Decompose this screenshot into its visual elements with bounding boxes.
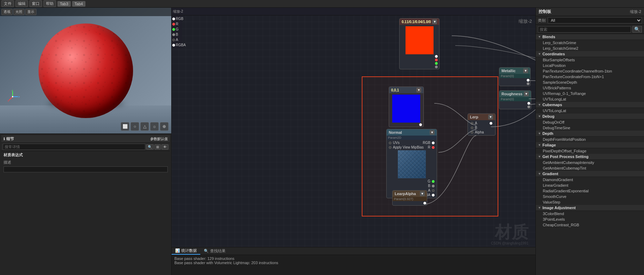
svg-text:Z: Z	[12, 90, 13, 92]
stats-tab[interactable]: 📊 统计数据	[172, 247, 200, 255]
lerpalpha-expand[interactable]: ▼	[420, 191, 425, 196]
category-select[interactable]: All	[548, 17, 642, 23]
prop-search-input[interactable]	[3, 144, 145, 150]
item-pixeldepthoffset[interactable]: PixelDepthOffset_Foliage	[536, 148, 644, 154]
lerp-node[interactable]: Lerp ▼ A B Alpha	[468, 114, 496, 136]
item-depthfromworldpos[interactable]: DepthFromWorldPosition	[536, 137, 644, 142]
imageadjust-header[interactable]: ▼ Image Adjustment	[536, 205, 644, 211]
item-uvtolonglat-cube[interactable]: UVToLongLat	[536, 108, 644, 114]
depth-header[interactable]: ▼ Depth	[536, 131, 644, 137]
blue-color-node[interactable]: 0,0,1 ▼	[389, 87, 424, 127]
debug-header[interactable]: ▼ Debug	[536, 114, 644, 119]
item-smoothcurve[interactable]: SmoothCurve	[536, 194, 644, 199]
gradient-arrow: ▼	[538, 172, 541, 176]
normal-a-out	[432, 189, 435, 192]
gradient-header[interactable]: ▼ Gradient	[536, 171, 644, 177]
item-getambientcubemapintensity[interactable]: GetAmbientCubemapIntensity	[536, 160, 644, 165]
lerpalpha-node[interactable]: LearpAlpha ▼ Param(0.927)	[392, 190, 427, 206]
toolbar-btn-4[interactable]: 帮助	[43, 0, 56, 7]
item-uvtolonglat[interactable]: UVToLongLat	[536, 96, 644, 102]
prop-grid-btn[interactable]: ⊞	[154, 144, 161, 150]
roughness-expand[interactable]: ▼	[524, 91, 529, 96]
item-getambientcubemaptint[interactable]: GetAmbientCubemapTint	[536, 165, 644, 171]
red-color-preview	[406, 26, 434, 54]
depth-label: Depth	[542, 131, 553, 136]
lerp-a-row: A	[469, 121, 494, 125]
vp-icon-light[interactable]: ☼	[150, 122, 159, 131]
prop-eye-btn[interactable]: 👁	[161, 144, 168, 150]
vp-icon-sphere[interactable]: ○	[131, 122, 139, 131]
item-uvbrickpatterns[interactable]: UVBrickPatterns	[536, 85, 644, 91]
port-label-b: B	[172, 33, 181, 36]
item-samplescenedepth[interactable]: SampleSceneDepth	[536, 80, 644, 85]
normal-r-out	[432, 146, 435, 149]
roughness-node[interactable]: Roughness ▼ Param(0)	[499, 90, 531, 109]
item-pan-coord-1ton[interactable]: PanTextureCoordinateChannelfrom-1ton	[536, 68, 644, 74]
normal-node-expand[interactable]: ▼	[430, 130, 435, 135]
prop-search-btn[interactable]: 🔍	[146, 144, 154, 150]
node-editor[interactable]: 缩放-2 RGB R G B A RGBA	[172, 8, 535, 275]
lerp-alpha-row: Alpha	[469, 130, 494, 135]
getpostprocess-header[interactable]: ▼ Get Post Process Setting	[536, 154, 644, 160]
find-tab[interactable]: 🔍 查找结果	[200, 247, 229, 255]
item-lerp-scratchgrime[interactable]: Lerp_ScratchGrime	[536, 40, 644, 46]
normal-node[interactable]: Normal ▼ Param2D UVs RGB Apply View MipB…	[386, 129, 437, 198]
item-debugtimesine[interactable]: DebugTimeSine	[536, 125, 644, 131]
normal-g-row: G	[387, 179, 436, 184]
item-3pointlevels[interactable]: 3PointLevels	[536, 216, 644, 222]
item-radialgradient[interactable]: RadialGradientExponential	[536, 188, 644, 194]
right-search-input[interactable]	[538, 26, 631, 33]
right-search-btn[interactable]: 🔍	[632, 26, 642, 33]
red-node-id: 0.11/0.1/0.04/1.0/0	[402, 20, 431, 24]
item-lineargradient[interactable]: LinearGradient	[536, 183, 644, 188]
normal-mip-label: Apply View MipBias	[393, 145, 424, 149]
left-node-sidebar: RGB R G B A RGBA	[172, 15, 182, 48]
item-lerp-scratchgrime2[interactable]: Lerp_ScratchGrime2	[536, 46, 644, 51]
blue-node-expand[interactable]: ▼	[416, 88, 421, 92]
vp-lighting-btn[interactable]: 光照	[13, 9, 25, 15]
toolbar-btn-3[interactable]: 窗口	[29, 0, 42, 7]
lerp-node-expand[interactable]: ▼	[488, 115, 493, 119]
cubemaps-header[interactable]: ▼ Cubemaps	[536, 102, 644, 108]
port-label-a: A	[172, 38, 181, 42]
desc-input[interactable]	[4, 166, 168, 172]
toolbar-btn-2[interactable]: 编辑	[15, 0, 28, 7]
toolbar-btn-5[interactable]: Tab3	[57, 1, 71, 7]
item-localposition[interactable]: LocalPosition	[536, 63, 644, 68]
red-color-node[interactable]: 0.11/0.1/0.04/1.0/0 ▼	[399, 18, 439, 69]
param-label: 参数默认值	[150, 137, 168, 142]
toolbar-btn-1[interactable]: 文件	[1, 0, 14, 7]
metallic-node[interactable]: Metallic ▼ Param(0)	[499, 67, 531, 86]
normal-uvs-in	[389, 142, 392, 144]
foliage-header[interactable]: ▼ Foliage	[536, 142, 644, 148]
blue-node-id: 0,0,1	[391, 88, 399, 92]
detail-icon: ℹ	[4, 137, 5, 141]
metallic-out	[527, 79, 529, 82]
item-uvremap[interactable]: UVRemap_0-1_ToRange	[536, 91, 644, 96]
toolbar-btn-6[interactable]: Tab4	[72, 1, 85, 7]
vp-icon-plane[interactable]: △	[140, 122, 149, 131]
item-diamondgradient[interactable]: DiamondGradient	[536, 177, 644, 183]
vp-icon-cube[interactable]: ⬜	[121, 122, 129, 131]
node-toolbar: 缩放-2	[172, 8, 535, 15]
vp-icon-settings[interactable]: ⊕	[160, 122, 168, 131]
item-debugonoff[interactable]: DebugOnOff	[536, 119, 644, 125]
item-blursampleoffsets[interactable]: BlurSampleOffsets	[536, 57, 644, 63]
right-panel: 控制板 缩放-2 类别 All 🔍 ▼ Blends Lerp_ScratchG…	[535, 8, 644, 275]
metallic-expand[interactable]: ▼	[523, 68, 528, 73]
item-pan-coord-1ton1[interactable]: PanTextureCoordinateFrom-1toN+1	[536, 74, 644, 80]
find-tab-label: 查找结果	[210, 248, 226, 254]
item-valuestep[interactable]: ValueStep	[536, 199, 644, 205]
zoom-display: 缩放-2	[519, 18, 532, 25]
blends-header[interactable]: ▼ Blends	[536, 34, 644, 40]
vp-perspective-btn[interactable]: 透视	[1, 9, 13, 15]
red-node-expand[interactable]: ▼	[432, 19, 437, 24]
item-3colorblend[interactable]: 3ColorBlend	[536, 211, 644, 216]
vp-display-btn[interactable]: 显示	[25, 9, 36, 15]
item-cheapcontrast[interactable]: CheapContrast_RGB	[536, 222, 644, 228]
coordinates-header[interactable]: ▼ Coordinates	[536, 51, 644, 57]
lerp-out	[490, 122, 492, 125]
top-toolbar: 文件 编辑 窗口 帮助 Tab3 Tab4	[0, 0, 644, 8]
lerp-alpha-in	[471, 131, 473, 134]
detail-header: ℹ 细节 参数默认值	[1, 135, 170, 143]
